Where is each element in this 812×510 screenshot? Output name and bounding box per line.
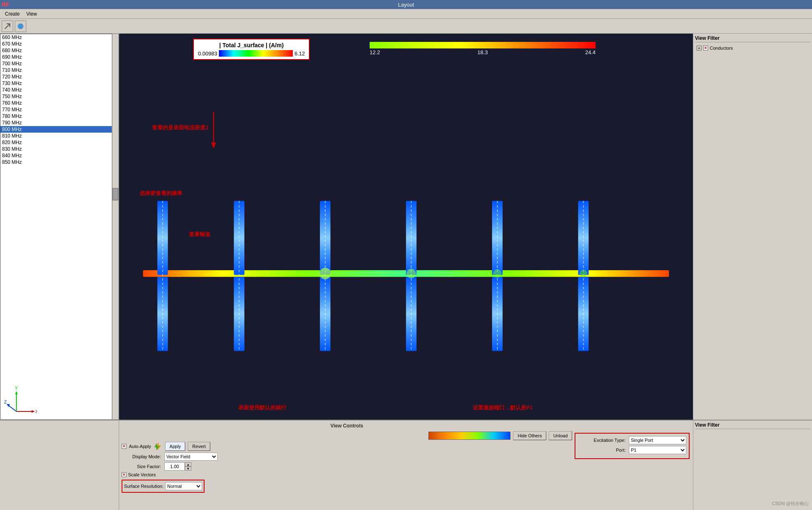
svg-rect-18: [320, 201, 331, 275]
window-title: Layout: [398, 2, 414, 8]
display-mode-select[interactable]: Vector Field: [164, 453, 218, 461]
svg-text:Y: Y: [15, 386, 18, 391]
colorbar-extended: 12.2 18.3 24.4: [370, 42, 596, 55]
svg-point-25: [407, 269, 416, 278]
surface-resolution-select[interactable]: Normal: [165, 482, 202, 490]
frequency-list-item[interactable]: 830 MHz: [0, 146, 112, 152]
annotation-surface-default: 表面使用默认的就行: [238, 404, 286, 411]
watermark: CSDN @怡步晓心: [772, 501, 809, 507]
colorbar-val3: 24.4: [585, 49, 596, 55]
svg-marker-35: [211, 142, 216, 149]
svg-marker-3: [15, 391, 18, 394]
bottom-right-panel: View Filter: [693, 420, 812, 510]
toolbar-circle-btn[interactable]: [15, 21, 26, 32]
frequency-list-item[interactable]: 850 MHz: [0, 159, 112, 165]
annotation-amplitude: 查看幅值: [189, 231, 210, 238]
colorbar-ext-labels: 12.2 18.3 24.4: [370, 49, 596, 55]
scrollbar-thumb[interactable]: [113, 188, 118, 200]
view-filter-header: View Filter: [695, 35, 810, 42]
size-factor-input[interactable]: 1.00: [164, 462, 185, 471]
frequency-list-item[interactable]: 720 MHz: [0, 74, 112, 80]
excitation-panel: Excitation Type: Single Port Port: P1: [575, 433, 690, 459]
size-factor-stepper[interactable]: 1.00 ▲ ▼: [164, 462, 191, 471]
frequency-list[interactable]: 660 MHz670 MHz680 MHz690 MHz700 MHz710 M…: [0, 34, 112, 420]
stepper-buttons: ▲ ▼: [185, 462, 191, 471]
scale-vectors-row: ✕ Scale Vectors: [122, 472, 572, 477]
color-gradient-bar: [428, 432, 511, 440]
frequency-list-item[interactable]: 780 MHz: [0, 113, 112, 119]
colorbar-min: 0.00983: [198, 51, 217, 57]
stepper-down[interactable]: ▼: [185, 466, 191, 471]
size-factor-row: Size Factor: 1.00 ▲ ▼: [122, 462, 572, 471]
svg-text:Z: Z: [4, 400, 7, 404]
frequency-list-item[interactable]: 750 MHz: [0, 93, 112, 100]
menu-create[interactable]: Create: [2, 10, 23, 18]
svg-rect-30: [578, 201, 589, 275]
svg-rect-26: [492, 201, 503, 275]
svg-rect-12: [157, 201, 168, 275]
frequency-list-item[interactable]: 670 MHz: [0, 41, 112, 47]
svg-marker-37: [154, 443, 159, 450]
bottom-left-panel: [0, 420, 119, 510]
frequency-scrollbar[interactable]: [112, 34, 119, 420]
auto-apply-label: Auto-Apply: [129, 444, 151, 449]
arrow-surface-current: [201, 108, 242, 157]
axes-indicator: Y X Z: [4, 385, 37, 418]
view-filter-title: View Filter: [695, 422, 810, 429]
frequency-list-item[interactable]: 710 MHz: [0, 67, 112, 74]
port-row: Port: P1: [578, 446, 686, 454]
frequency-list-item[interactable]: 660 MHz: [0, 34, 112, 41]
annotation-excitation-port: 设置激励端口，默认是P1: [473, 404, 533, 411]
frequency-list-item[interactable]: 770 MHz: [0, 106, 112, 113]
colorbar-mid: 6.12: [294, 51, 305, 57]
scale-vectors-label: Scale Vectors: [128, 472, 156, 477]
frequency-list-item[interactable]: 680 MHz: [0, 47, 112, 54]
frequency-list-container: 660 MHz670 MHz680 MHz690 MHz700 MHz710 M…: [0, 34, 119, 420]
scale-vectors-checkbox[interactable]: ✕: [122, 472, 127, 477]
display-mode-label: Display Mode:: [122, 454, 163, 459]
view-controls-title: View Controls: [122, 423, 572, 429]
title-bar: RF Layout: [0, 0, 812, 9]
frequency-list-item[interactable]: 740 MHz: [0, 87, 112, 93]
size-factor-label: Size Factor:: [122, 464, 163, 469]
tree-expand-btn[interactable]: +: [697, 46, 702, 51]
frequency-list-item[interactable]: 840 MHz: [0, 152, 112, 159]
frequency-list-item[interactable]: 730 MHz: [0, 80, 112, 87]
menu-view[interactable]: View: [23, 10, 40, 18]
frequency-list-item[interactable]: 700 MHz: [0, 60, 112, 67]
excitation-type-select[interactable]: Single Port: [629, 436, 686, 444]
svg-line-0: [5, 24, 10, 29]
top-controls-row: Hide Others Unload: [122, 431, 572, 440]
frequency-list-item[interactable]: 790 MHz: [0, 119, 112, 126]
frequency-list-item[interactable]: 810 MHz: [0, 133, 112, 139]
svg-rect-15: [234, 201, 244, 275]
toolbar-arrow-btn[interactable]: [2, 21, 13, 32]
conductors-checkbox[interactable]: ✕: [703, 46, 708, 51]
colorbar-values-row: 0.00983 6.12: [198, 50, 305, 57]
frequency-list-item[interactable]: 690 MHz: [0, 54, 112, 60]
apply-btn[interactable]: Apply: [165, 442, 186, 451]
surface-resolution-panel: Surface Resolution: Normal: [122, 480, 205, 493]
unload-btn[interactable]: Unload: [549, 431, 572, 440]
auto-apply-checkbox[interactable]: ✕: [122, 444, 127, 449]
hide-others-btn[interactable]: Hide Others: [513, 431, 546, 440]
svg-rect-22: [406, 201, 417, 275]
svg-text:X: X: [35, 409, 37, 414]
menu-bar: Create View: [0, 9, 812, 19]
revert-btn[interactable]: Revert: [188, 442, 210, 451]
lightning-icon: [154, 442, 163, 451]
conductors-tree-item[interactable]: + ✕ Conductors: [695, 45, 810, 51]
conductors-label: Conductors: [710, 46, 733, 51]
colorbar-ext-gradient: [370, 42, 596, 48]
svg-point-33: [580, 270, 587, 278]
svg-line-8: [8, 405, 16, 411]
port-select[interactable]: P1: [629, 446, 686, 454]
frequency-list-item[interactable]: 820 MHz: [0, 139, 112, 146]
frequency-list-item[interactable]: 800 MHz: [0, 126, 112, 133]
view-controls-panel: View Controls Hide Others Unload ✕ Auto-…: [119, 420, 575, 510]
annotation-frequency: 选择要查看的频率: [140, 190, 182, 197]
frequency-list-item[interactable]: 760 MHz: [0, 100, 112, 106]
excitation-type-row: Excitation Type: Single Port: [578, 436, 686, 444]
stepper-up[interactable]: ▲: [185, 462, 191, 466]
auto-apply-row: ✕ Auto-Apply Apply Revert: [122, 442, 572, 451]
